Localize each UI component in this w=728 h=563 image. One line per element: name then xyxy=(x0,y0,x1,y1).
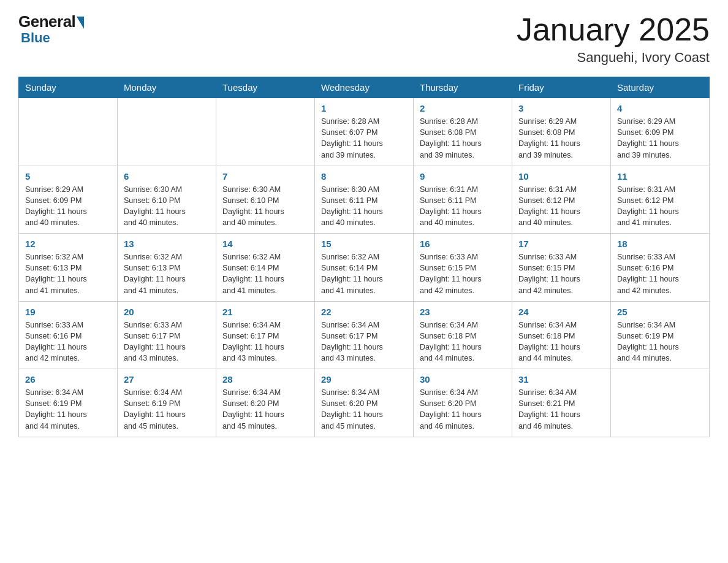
calendar-cell xyxy=(19,98,118,166)
day-info: Sunrise: 6:34 AM Sunset: 6:19 PM Dayligh… xyxy=(25,387,111,432)
day-number: 27 xyxy=(124,374,210,385)
day-info: Sunrise: 6:30 AM Sunset: 6:10 PM Dayligh… xyxy=(222,184,308,229)
calendar-cell: 30Sunrise: 6:34 AM Sunset: 6:20 PM Dayli… xyxy=(414,369,512,437)
day-info: Sunrise: 6:34 AM Sunset: 6:20 PM Dayligh… xyxy=(321,387,407,432)
calendar-cell: 4Sunrise: 6:29 AM Sunset: 6:09 PM Daylig… xyxy=(611,98,710,166)
weekday-header-thursday: Thursday xyxy=(414,77,512,98)
day-info: Sunrise: 6:34 AM Sunset: 6:17 PM Dayligh… xyxy=(222,320,308,364)
day-info: Sunrise: 6:34 AM Sunset: 6:20 PM Dayligh… xyxy=(420,387,506,432)
day-number: 24 xyxy=(518,307,604,317)
day-number: 7 xyxy=(222,171,308,182)
day-info: Sunrise: 6:31 AM Sunset: 6:11 PM Dayligh… xyxy=(420,184,506,229)
day-number: 3 xyxy=(518,103,604,113)
logo-general-text: General xyxy=(18,12,75,31)
calendar-cell: 21Sunrise: 6:34 AM Sunset: 6:17 PM Dayli… xyxy=(216,301,315,369)
day-number: 29 xyxy=(321,374,407,385)
calendar-cell xyxy=(118,98,216,166)
day-info: Sunrise: 6:29 AM Sunset: 6:09 PM Dayligh… xyxy=(617,116,703,161)
day-info: Sunrise: 6:29 AM Sunset: 6:09 PM Dayligh… xyxy=(25,184,111,229)
page-header: General Blue January 2025 Sanguehi, Ivor… xyxy=(18,12,710,66)
calendar-cell: 27Sunrise: 6:34 AM Sunset: 6:19 PM Dayli… xyxy=(118,369,216,437)
calendar-cell: 17Sunrise: 6:33 AM Sunset: 6:15 PM Dayli… xyxy=(512,234,611,302)
day-info: Sunrise: 6:31 AM Sunset: 6:12 PM Dayligh… xyxy=(617,184,703,229)
calendar-cell: 1Sunrise: 6:28 AM Sunset: 6:07 PM Daylig… xyxy=(315,98,414,166)
calendar-cell xyxy=(216,98,315,166)
calendar-cell: 19Sunrise: 6:33 AM Sunset: 6:16 PM Dayli… xyxy=(19,301,118,369)
day-number: 28 xyxy=(222,374,308,385)
logo: General Blue xyxy=(18,12,84,46)
calendar-cell xyxy=(611,369,710,437)
day-number: 20 xyxy=(124,307,210,317)
day-number: 15 xyxy=(321,239,407,249)
day-number: 23 xyxy=(420,307,506,317)
day-number: 6 xyxy=(124,171,210,182)
day-number: 4 xyxy=(617,103,703,113)
day-info: Sunrise: 6:33 AM Sunset: 6:17 PM Dayligh… xyxy=(124,320,210,364)
day-number: 11 xyxy=(617,171,703,182)
calendar-cell: 11Sunrise: 6:31 AM Sunset: 6:12 PM Dayli… xyxy=(611,166,710,234)
day-number: 16 xyxy=(420,239,506,249)
day-number: 12 xyxy=(25,239,111,249)
day-number: 22 xyxy=(321,307,407,317)
calendar-cell: 10Sunrise: 6:31 AM Sunset: 6:12 PM Dayli… xyxy=(512,166,611,234)
location-title: Sanguehi, Ivory Coast xyxy=(517,50,710,66)
day-number: 21 xyxy=(222,307,308,317)
day-number: 8 xyxy=(321,171,407,182)
calendar-cell: 20Sunrise: 6:33 AM Sunset: 6:17 PM Dayli… xyxy=(118,301,216,369)
weekday-header-sunday: Sunday xyxy=(19,77,118,98)
calendar-cell: 26Sunrise: 6:34 AM Sunset: 6:19 PM Dayli… xyxy=(19,369,118,437)
day-number: 25 xyxy=(617,307,703,317)
day-number: 30 xyxy=(420,374,506,385)
day-info: Sunrise: 6:30 AM Sunset: 6:11 PM Dayligh… xyxy=(321,184,407,229)
weekday-header-row: SundayMondayTuesdayWednesdayThursdayFrid… xyxy=(19,77,710,98)
calendar-cell: 15Sunrise: 6:32 AM Sunset: 6:14 PM Dayli… xyxy=(315,234,414,302)
day-info: Sunrise: 6:28 AM Sunset: 6:07 PM Dayligh… xyxy=(321,116,407,161)
day-info: Sunrise: 6:34 AM Sunset: 6:18 PM Dayligh… xyxy=(420,320,506,364)
calendar-table: SundayMondayTuesdayWednesdayThursdayFrid… xyxy=(18,77,710,437)
day-info: Sunrise: 6:34 AM Sunset: 6:19 PM Dayligh… xyxy=(124,387,210,432)
day-number: 19 xyxy=(25,307,111,317)
day-number: 26 xyxy=(25,374,111,385)
calendar-cell: 5Sunrise: 6:29 AM Sunset: 6:09 PM Daylig… xyxy=(19,166,118,234)
calendar-cell: 8Sunrise: 6:30 AM Sunset: 6:11 PM Daylig… xyxy=(315,166,414,234)
day-number: 13 xyxy=(124,239,210,249)
calendar-cell: 9Sunrise: 6:31 AM Sunset: 6:11 PM Daylig… xyxy=(414,166,512,234)
day-info: Sunrise: 6:34 AM Sunset: 6:21 PM Dayligh… xyxy=(518,387,604,432)
calendar-cell: 2Sunrise: 6:28 AM Sunset: 6:08 PM Daylig… xyxy=(414,98,512,166)
day-number: 18 xyxy=(617,239,703,249)
day-info: Sunrise: 6:33 AM Sunset: 6:16 PM Dayligh… xyxy=(617,251,703,296)
day-number: 14 xyxy=(222,239,308,249)
day-info: Sunrise: 6:29 AM Sunset: 6:08 PM Dayligh… xyxy=(518,116,604,161)
weekday-header-wednesday: Wednesday xyxy=(315,77,414,98)
month-title: January 2025 xyxy=(517,12,710,47)
calendar-cell: 25Sunrise: 6:34 AM Sunset: 6:19 PM Dayli… xyxy=(611,301,710,369)
week-row-1: 1Sunrise: 6:28 AM Sunset: 6:07 PM Daylig… xyxy=(19,98,710,166)
calendar-cell: 18Sunrise: 6:33 AM Sunset: 6:16 PM Dayli… xyxy=(611,234,710,302)
logo-blue-text: Blue xyxy=(21,30,50,46)
day-number: 2 xyxy=(420,103,506,113)
day-info: Sunrise: 6:33 AM Sunset: 6:15 PM Dayligh… xyxy=(420,251,506,296)
day-info: Sunrise: 6:28 AM Sunset: 6:08 PM Dayligh… xyxy=(420,116,506,161)
week-row-5: 26Sunrise: 6:34 AM Sunset: 6:19 PM Dayli… xyxy=(19,369,710,437)
calendar-cell: 13Sunrise: 6:32 AM Sunset: 6:13 PM Dayli… xyxy=(118,234,216,302)
day-info: Sunrise: 6:32 AM Sunset: 6:13 PM Dayligh… xyxy=(25,251,111,296)
calendar-cell: 3Sunrise: 6:29 AM Sunset: 6:08 PM Daylig… xyxy=(512,98,611,166)
title-area: January 2025 Sanguehi, Ivory Coast xyxy=(517,12,710,66)
calendar-cell: 16Sunrise: 6:33 AM Sunset: 6:15 PM Dayli… xyxy=(414,234,512,302)
weekday-header-monday: Monday xyxy=(118,77,216,98)
logo-triangle-icon xyxy=(77,17,84,29)
day-number: 1 xyxy=(321,103,407,113)
day-info: Sunrise: 6:31 AM Sunset: 6:12 PM Dayligh… xyxy=(518,184,604,229)
day-info: Sunrise: 6:30 AM Sunset: 6:10 PM Dayligh… xyxy=(124,184,210,229)
calendar-cell: 14Sunrise: 6:32 AM Sunset: 6:14 PM Dayli… xyxy=(216,234,315,302)
day-info: Sunrise: 6:33 AM Sunset: 6:15 PM Dayligh… xyxy=(518,251,604,296)
day-info: Sunrise: 6:34 AM Sunset: 6:18 PM Dayligh… xyxy=(518,320,604,364)
calendar-cell: 12Sunrise: 6:32 AM Sunset: 6:13 PM Dayli… xyxy=(19,234,118,302)
day-number: 17 xyxy=(518,239,604,249)
calendar-cell: 28Sunrise: 6:34 AM Sunset: 6:20 PM Dayli… xyxy=(216,369,315,437)
calendar-cell: 29Sunrise: 6:34 AM Sunset: 6:20 PM Dayli… xyxy=(315,369,414,437)
calendar-cell: 22Sunrise: 6:34 AM Sunset: 6:17 PM Dayli… xyxy=(315,301,414,369)
week-row-3: 12Sunrise: 6:32 AM Sunset: 6:13 PM Dayli… xyxy=(19,234,710,302)
day-number: 10 xyxy=(518,171,604,182)
calendar-cell: 23Sunrise: 6:34 AM Sunset: 6:18 PM Dayli… xyxy=(414,301,512,369)
